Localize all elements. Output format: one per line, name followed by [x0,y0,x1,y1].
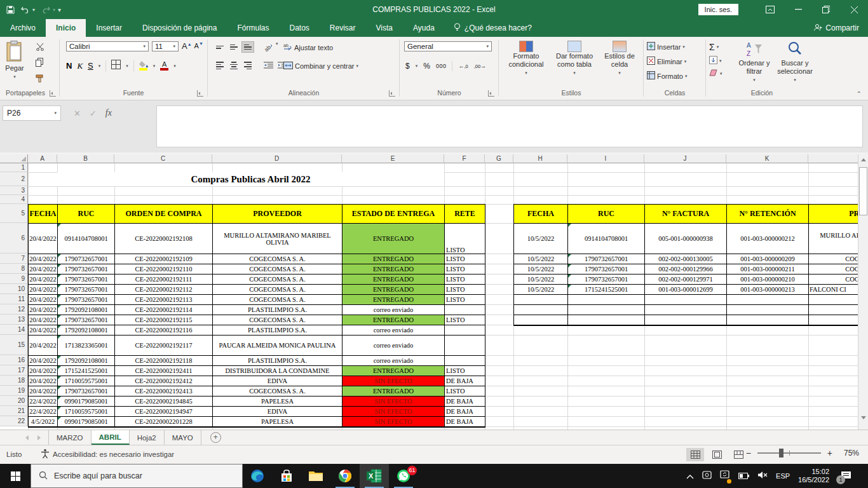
font-color-icon[interactable]: A [160,62,168,71]
language-indicator[interactable]: ESP [776,472,790,480]
font-name-select[interactable]: Calibri▾ [66,41,149,51]
column-title[interactable]: N° RETENCIÓN [727,205,809,224]
column-title[interactable]: ESTADO DE ENTREGA [342,205,445,224]
number-format-select[interactable]: General▾ [404,41,492,51]
cell-fecha[interactable]: 20/4/2022 [29,325,58,336]
taskbar-search-input[interactable]: Escribe aquí para buscar [31,464,243,488]
battery-icon[interactable] [738,470,749,482]
undo-icon[interactable] [21,6,30,13]
scroll-up-icon[interactable] [858,154,868,165]
tray-app-icon[interactable] [702,470,712,482]
cell-proveedor[interactable]: PAUCAR ALMEIDA MONICA PAULINA [213,336,342,356]
row-header-5[interactable]: 5 [0,204,28,223]
cell-empty[interactable] [645,295,727,305]
cell-proveedor[interactable]: PAPELESA [213,417,342,427]
cell-fecha[interactable]: 4/5/2022 [29,417,58,427]
cell-proveedor[interactable]: COGECOMSA S. A. [809,274,858,285]
cell-rete[interactable] [445,356,485,366]
cell-ruc[interactable]: 1790732657001 [58,254,115,264]
cell-orden[interactable]: CE-20220002192412 [115,376,213,386]
cell-ruc[interactable]: 1790732657001 [58,285,115,295]
taskbar-whatsapp-icon[interactable]: 61 [389,464,418,488]
vertical-scroll-thumb[interactable] [859,167,867,215]
shrink-font-icon[interactable]: A▼ [194,41,203,51]
cell-ruc[interactable]: 1792092108001 [58,325,115,336]
cell-rete[interactable]: LISTO [445,386,485,396]
cell-factura[interactable]: 002-002-000129966 [645,264,727,274]
sort-filter-button[interactable]: AZ Ordenar y filtrar▾ [735,41,774,84]
grow-font-icon[interactable]: A▲ [182,41,192,51]
cell-rete[interactable]: LISTO [445,224,485,254]
cell-fecha[interactable]: 20/4/2022 [29,264,58,274]
share-button[interactable]: Compartir [813,19,859,37]
menu-tab-ayuda[interactable]: Ayuda [403,19,445,37]
menu-tab-insertar[interactable]: Insertar [86,19,132,37]
row-header-12[interactable]: 12 [0,304,28,315]
cell-proveedor[interactable]: COGECOMSA S. A. [213,274,342,285]
comma-style-icon[interactable]: 000 [436,63,447,69]
cell-orden[interactable]: CE-20220002192111 [115,274,213,285]
cell-fecha[interactable]: 20/4/2022 [29,366,58,376]
redo-icon[interactable] [41,6,50,13]
row-header-16[interactable]: 16 [0,355,28,365]
column-header-K[interactable]: K [726,154,808,163]
cell-proveedor[interactable]: COGECOMSA S. A. [213,285,342,295]
cell-rete[interactable]: LISTO [445,285,485,295]
decrease-decimal-icon[interactable]: ,00→ [474,63,486,69]
cell-ruc[interactable]: 1713823365001 [58,336,115,356]
cell-estado[interactable]: SIN EFECTO [342,376,445,386]
cell-orden[interactable]: CE-20220002192112 [115,285,213,295]
cell-empty[interactable] [727,295,809,305]
cell-ruc[interactable]: 1790732657001 [58,274,115,285]
column-header-G[interactable]: G [485,154,513,163]
zoom-in-icon[interactable]: + [827,448,832,458]
cell-empty[interactable] [514,315,568,325]
cell-retencion[interactable]: 001-003-000000212 [727,224,809,254]
cell-proveedor[interactable]: PLASTILIMPIO S.A. [213,305,342,315]
insert-function-icon[interactable]: fx [105,108,112,118]
cell-fecha[interactable]: 22/4/2022 [29,396,58,407]
taskbar-store-icon[interactable] [272,464,301,488]
cell-fecha[interactable]: 10/5/2022 [514,285,568,295]
cell-rete[interactable]: DE BAJA [445,396,485,407]
customize-qat-icon[interactable]: ▾ [58,6,61,13]
undo-dropdown-icon[interactable]: ▾ [32,7,35,13]
menu-tab-archivo[interactable]: Archivo [0,19,46,37]
accessibility-status[interactable]: Accesibilidad: es necesario investigar [41,449,174,460]
cut-icon[interactable] [36,42,44,53]
cell-estado[interactable]: ENTREGADO [342,366,445,376]
column-title[interactable]: PROVEEDOR [809,205,858,224]
cell-rete[interactable]: DE BAJA [445,417,485,427]
cell-empty[interactable] [809,295,858,305]
select-all-corner[interactable] [0,154,28,163]
menu-tab-vista[interactable]: Vista [366,19,403,37]
clipboard-dialog-launcher-icon[interactable] [50,90,56,97]
cell-rete[interactable] [445,325,485,336]
row-header-17[interactable]: 17 [0,365,28,376]
format-as-table-button[interactable]: Dar formato como tabla▾ [550,41,599,77]
cell-estado[interactable]: correo enviado [342,336,445,356]
cell-orden[interactable]: CE-20220002192411 [115,366,213,376]
menu-tab-revisar[interactable]: Revisar [320,19,366,37]
cell-orden[interactable]: CE-20220002194947 [115,407,213,417]
tray-sync-icon[interactable] [720,470,730,482]
find-select-button[interactable]: Buscar y seleccionar▾ [775,41,815,84]
column-header-L[interactable]: L [808,154,858,163]
cell-estado[interactable]: SIN EFECTO [342,396,445,407]
cell-empty[interactable] [727,315,809,325]
paste-button[interactable]: Pegar▾ [5,41,24,81]
cell-orden[interactable]: CE-20220002201228 [115,417,213,427]
row-header-11[interactable]: 11 [0,294,28,304]
wrap-text-button[interactable]: ab Ajustar texto [283,43,333,52]
cell-estado[interactable]: ENTREGADO [342,386,445,396]
cell-proveedor[interactable]: EDIVA [213,407,342,417]
cell-orden[interactable]: CE-20220002194845 [115,396,213,407]
cell-empty[interactable] [514,305,568,315]
column-title[interactable]: RETE [445,205,485,224]
cell-factura[interactable]: 002-002-000130005 [645,254,727,264]
cell-fecha[interactable]: 10/5/2022 [514,254,568,264]
cell-proveedor[interactable]: COGECOMSA S. A. [213,315,342,325]
cell-estado[interactable]: SIN EFECTO [342,407,445,417]
cell-factura[interactable]: 002-002-000129971 [645,274,727,285]
cell-estado[interactable]: ENTREGADO [342,285,445,295]
